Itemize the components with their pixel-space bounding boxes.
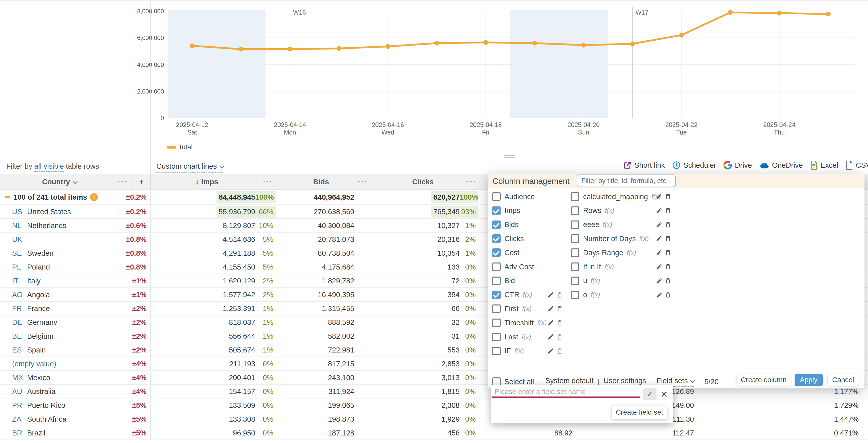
clicks-cell-value: 1,815 xyxy=(441,387,460,395)
delete-trash-icon[interactable] xyxy=(664,263,671,270)
checkbox[interactable] xyxy=(492,207,501,215)
delete-trash-icon[interactable] xyxy=(664,277,671,284)
delete-trash-icon[interactable] xyxy=(664,249,671,256)
checkbox[interactable] xyxy=(492,319,501,327)
edit-pencil-icon[interactable] xyxy=(548,347,554,354)
checkbox[interactable] xyxy=(571,207,579,215)
edit-pencil-icon[interactable] xyxy=(548,291,554,298)
checkbox[interactable] xyxy=(492,277,501,285)
bids-cell: 198,873 xyxy=(328,415,354,423)
pane-divider-header xyxy=(150,174,151,190)
clicks-cell-pct: 0% xyxy=(460,387,476,395)
close-x-button[interactable]: ✕ xyxy=(658,388,670,401)
checkbox[interactable] xyxy=(571,221,579,229)
create-column-button[interactable]: Create column xyxy=(736,374,791,386)
checkbox[interactable] xyxy=(492,305,501,313)
column-filter-input[interactable] xyxy=(577,175,676,187)
short-link-button[interactable]: Short link xyxy=(623,161,665,169)
delete-trash-icon[interactable] xyxy=(556,334,563,341)
clicks-cell: 10,3541% xyxy=(435,247,478,259)
clicks-cell-value: 66 xyxy=(452,304,460,313)
delete-trash-icon[interactable] xyxy=(664,207,671,214)
checkbox[interactable] xyxy=(492,291,501,299)
delete-trash-icon[interactable] xyxy=(664,291,671,298)
imps-cell-value: 8,129,807 xyxy=(223,221,255,229)
create-field-set-button[interactable]: Create field set xyxy=(612,405,668,419)
drive-button[interactable]: Drive xyxy=(723,161,752,169)
checkbox[interactable] xyxy=(492,221,501,229)
edit-pencil-icon[interactable] xyxy=(656,235,662,242)
csv-button[interactable]: CSV xyxy=(846,161,868,170)
column-label: Timeshift xyxy=(504,319,534,327)
clicks-cell: 660% xyxy=(450,303,478,314)
x-tick-date: 2025-04-16 xyxy=(372,121,404,128)
edit-pencil-icon[interactable] xyxy=(656,207,662,214)
panel-title: Column management xyxy=(493,177,569,186)
checkbox[interactable] xyxy=(571,262,579,271)
delete-trash-icon[interactable] xyxy=(664,193,671,200)
checkbox[interactable] xyxy=(571,234,579,243)
checkbox[interactable] xyxy=(571,277,579,285)
edit-pencil-icon[interactable] xyxy=(656,193,662,200)
delete-trash-icon[interactable] xyxy=(556,347,563,354)
data-point xyxy=(581,43,586,48)
table-row[interactable]: BRBrazil±5%96,9500%187,1284560%88.92112.… xyxy=(0,426,868,440)
imps-cell: 556,6441% xyxy=(226,330,276,342)
ctr-cell: 1.729% xyxy=(834,401,859,409)
bids-column-menu[interactable]: ··· xyxy=(358,174,368,190)
onedrive-button[interactable]: OneDrive xyxy=(759,161,803,169)
clicks-cell-pct: 0% xyxy=(460,346,476,354)
checkbox[interactable] xyxy=(571,192,579,201)
confirm-check-button[interactable]: ✓ xyxy=(643,388,656,400)
field-set-name-input[interactable] xyxy=(492,387,641,398)
chart-table-splitter-handle[interactable] xyxy=(504,155,515,160)
checkbox[interactable] xyxy=(571,248,579,257)
apply-button[interactable]: Apply xyxy=(795,374,823,386)
country-code: UK xyxy=(12,235,27,243)
checkbox[interactable] xyxy=(492,333,501,341)
checkbox[interactable] xyxy=(492,262,501,271)
delete-trash-icon[interactable] xyxy=(664,221,671,228)
checkbox[interactable] xyxy=(492,248,501,257)
filter-scope-link[interactable]: all visible xyxy=(34,162,64,172)
table-row[interactable]: PRPuerto Rico±5%133,5090%199,0652,3080%1… xyxy=(0,399,868,412)
delete-trash-icon[interactable] xyxy=(556,320,563,326)
edit-pencil-icon[interactable] xyxy=(656,277,662,284)
excel-button[interactable]: Excel xyxy=(810,161,838,170)
clicks-cell: 3940% xyxy=(445,289,478,300)
edit-pencil-icon[interactable] xyxy=(656,221,662,228)
delete-trash-icon[interactable] xyxy=(556,291,563,298)
scheduler-button[interactable]: Scheduler xyxy=(672,161,716,169)
country-code: US xyxy=(12,208,27,216)
delete-trash-icon[interactable] xyxy=(556,306,563,312)
edit-pencil-icon[interactable] xyxy=(656,249,662,256)
edit-pencil-icon[interactable] xyxy=(548,334,554,341)
checkbox[interactable] xyxy=(492,192,501,201)
delete-trash-icon[interactable] xyxy=(664,235,671,242)
country-name: United States xyxy=(27,208,71,216)
clicks-cell-pct: 0% xyxy=(460,359,476,368)
imps-cell-pct: 1% xyxy=(255,318,273,326)
edit-pencil-icon[interactable] xyxy=(656,291,662,298)
bids-cell: 16,490,395 xyxy=(318,290,354,299)
country-column-menu[interactable]: ··· xyxy=(118,174,127,190)
column-header-bids[interactable]: Bids xyxy=(297,174,345,190)
edit-pencil-icon[interactable] xyxy=(548,306,554,312)
column-header-country[interactable]: Country xyxy=(15,174,103,190)
column-header-clicks[interactable]: Clicks xyxy=(399,174,447,190)
clicks-column-menu[interactable]: ··· xyxy=(467,174,476,190)
checkbox[interactable] xyxy=(571,291,579,299)
column-header-imps[interactable]: ↓ Imps xyxy=(176,174,238,190)
edit-pencil-icon[interactable] xyxy=(548,320,554,326)
checkbox[interactable] xyxy=(492,234,501,243)
info-icon[interactable]: i xyxy=(90,193,98,201)
country-name: Belgium xyxy=(27,332,54,340)
edit-pencil-icon[interactable] xyxy=(656,263,662,270)
cancel-button[interactable]: Cancel xyxy=(827,374,859,386)
clicks-cell: 10,3271% xyxy=(435,220,478,231)
add-column-button[interactable]: + xyxy=(132,174,150,190)
checkbox[interactable] xyxy=(492,347,501,355)
imps-column-menu[interactable]: ··· xyxy=(263,174,273,190)
table-row[interactable]: ZASouth Africa±5%133,3080%198,8731,9290%… xyxy=(0,412,868,426)
custom-chart-lines-dropdown[interactable]: Custom chart lines xyxy=(156,162,223,173)
